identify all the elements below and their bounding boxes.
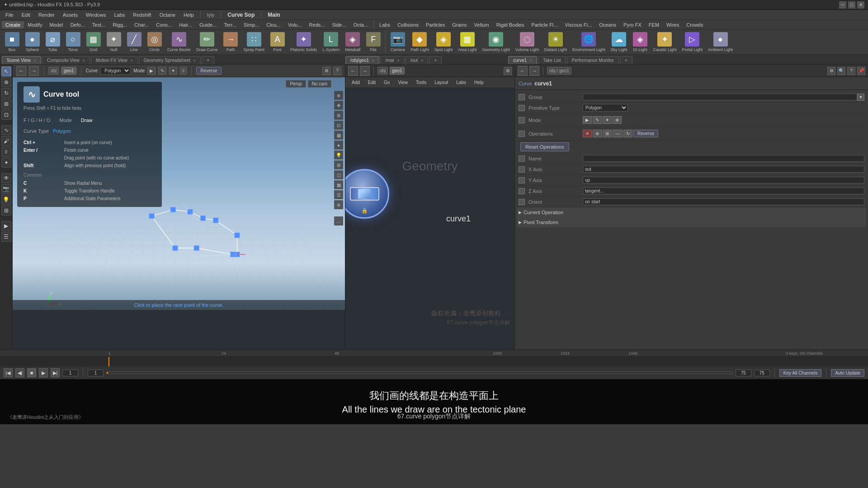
tab-motion-fx[interactable]: Motion FX View × [91, 56, 138, 64]
mode-icon-3[interactable]: ✦ [603, 116, 612, 124]
rt-snap-btn[interactable]: ⊞ [334, 160, 343, 169]
ops-icon-3[interactable]: ⊞ [603, 130, 612, 137]
tb-causticlight[interactable]: ✦ Caustic Light [650, 31, 679, 53]
tb-portallight[interactable]: ▷ Portal Light [679, 31, 705, 53]
reset-operations-btn[interactable]: Reset Operations [520, 142, 569, 151]
tab-cons[interactable]: Cons... [152, 21, 175, 28]
breadcrumb-geo1[interactable]: geo1 [61, 67, 76, 75]
snap-tool-btn[interactable]: ⊞ [1, 206, 11, 216]
step-back-btn[interactable]: ◀| [15, 368, 24, 377]
orient-input[interactable] [583, 198, 864, 205]
scale-tool-btn[interactable]: ⊞ [1, 99, 11, 109]
tb-drawcurve[interactable]: ✏ Draw Curve [193, 31, 221, 53]
tb-circle[interactable]: ◎ Circle [144, 31, 165, 53]
primtype-checkbox[interactable] [519, 105, 525, 111]
ops-icon-4[interactable]: — [613, 130, 623, 137]
tb-font[interactable]: A Font [267, 31, 288, 53]
menu-render[interactable]: Render [35, 11, 58, 19]
minimize-button[interactable]: ─ [839, 1, 846, 9]
sculpt-tool-btn[interactable]: ◊ [1, 147, 11, 157]
tab-scene-view[interactable]: Scene View × [2, 56, 41, 64]
menu-assets[interactable]: Assets [59, 11, 81, 19]
node-menu-layout[interactable]: Layout [431, 79, 452, 86]
tab-create[interactable]: Create [2, 21, 24, 28]
tb-camera[interactable]: 📷 Camera [387, 31, 408, 53]
tab-simp[interactable]: Simp... [240, 21, 263, 28]
node-menu-help[interactable]: Help [471, 79, 487, 86]
tb-line[interactable]: ╱ Line [124, 31, 144, 53]
mode-alt-btn[interactable]: ◊ [180, 67, 187, 75]
tab-obj-geo1[interactable]: /obj/geo1 × [345, 56, 379, 64]
tab-mat[interactable]: /mat × [380, 56, 405, 64]
node-menu-add[interactable]: Add [348, 79, 363, 86]
tab-grains[interactable]: Grains [448, 21, 470, 28]
tab-geo-spreadsheet[interactable]: Geometry Spreadsheet × [139, 56, 201, 64]
yaxis-input[interactable] [583, 177, 864, 183]
mode-move-btn[interactable]: ✦ [169, 67, 177, 75]
node-back-btn[interactable]: ← [348, 66, 358, 76]
tab-clou[interactable]: Clou... [263, 21, 284, 28]
props-help-btn[interactable]: ? [847, 67, 855, 75]
tb-grid[interactable]: ▦ Grid [83, 31, 104, 53]
tab-add3[interactable]: + [620, 56, 632, 64]
timeline-track[interactable] [0, 357, 868, 366]
reverse-ops-btn[interactable]: Reverse [633, 130, 658, 137]
node-breadcrumb-obj[interactable]: obj [377, 67, 388, 75]
xaxis-checkbox[interactable] [519, 166, 525, 173]
props-search-btn[interactable]: 🔍 [837, 67, 845, 75]
tab-crowds[interactable]: Crowds [683, 21, 707, 28]
tb-pathlight[interactable]: ◆ Path Light [408, 31, 432, 53]
props-settings-btn[interactable]: ⚙ [827, 67, 835, 75]
tb-gilight[interactable]: ◈ GI Light [630, 31, 650, 53]
node-menu-edit[interactable]: Edit [364, 79, 379, 86]
menu-labs[interactable]: Labs [110, 11, 128, 19]
node-fwd-btn[interactable]: → [360, 66, 370, 76]
viewport-settings-btn[interactable]: ⚙ [322, 67, 330, 75]
end-frame-input[interactable] [736, 370, 751, 376]
mode-icon-4[interactable]: ⊕ [613, 116, 622, 124]
tab-labs[interactable]: Labs [376, 21, 394, 28]
tab-text[interactable]: Text... [89, 21, 109, 28]
tab-oceans[interactable]: Oceans [595, 21, 620, 28]
mode-edit-btn[interactable]: ✎ [158, 67, 166, 75]
tb-path[interactable]: → Path [221, 31, 241, 53]
tab-defo[interactable]: Defo... [66, 21, 88, 28]
tb-metaball[interactable]: ◈ Metaball [342, 31, 363, 53]
name-checkbox[interactable] [519, 155, 525, 162]
rt-wireframe-btn[interactable]: ▦ [334, 131, 343, 140]
tab-vellum[interactable]: Vellum [471, 21, 493, 28]
mode-checkbox[interactable] [519, 117, 525, 123]
go-end-btn[interactable]: ▶| [51, 368, 60, 377]
menu-file[interactable]: File [2, 11, 17, 19]
tab-add[interactable]: + [202, 56, 214, 64]
props-fwd-btn[interactable]: → [529, 66, 539, 76]
rt-shaded-btn[interactable]: ● [334, 141, 343, 150]
render-tool-btn[interactable]: ▶ [1, 221, 11, 231]
rt-pan-btn[interactable]: ✥ [334, 101, 343, 110]
menu-windows[interactable]: Windows [82, 11, 110, 19]
tb-spraypaint[interactable]: ∷ Spray Paint [241, 31, 268, 53]
tb-distantlight[interactable]: ☀ Distant Light [542, 31, 570, 53]
pose-tool-btn[interactable]: ✦ [1, 158, 11, 168]
tb-spotlight[interactable]: ◈ Spot Light [432, 31, 456, 53]
rt-more-btn[interactable]: … [334, 216, 343, 225]
tb-platonic[interactable]: ✦ Platonic Solids [288, 31, 320, 53]
timeline-scrubber[interactable] [106, 371, 733, 374]
mode-icon-2[interactable]: ✎ [593, 116, 602, 124]
rt-grid-btn[interactable]: ▦ [334, 180, 343, 189]
tab-pyrofx[interactable]: Pyro FX [620, 21, 645, 28]
tab-modify[interactable]: Modify [24, 21, 46, 28]
primitive-type-dropdown[interactable]: PolygonNURBSBezier [100, 67, 131, 75]
node-settings-btn[interactable]: ⚙ [504, 67, 512, 75]
light-tool-btn[interactable]: 💡 [1, 195, 11, 205]
tb-arealight[interactable]: ▦ Area Light [455, 31, 479, 53]
current-frame-input[interactable] [62, 370, 78, 376]
cam-btn[interactable]: No cam [308, 80, 331, 88]
tab-octa[interactable]: Octa... [350, 21, 372, 28]
tab-collisions[interactable]: Collisions [394, 21, 422, 28]
primtype-select[interactable]: PolygonNURBSBezier [583, 104, 628, 112]
node-menu-tools[interactable]: Tools [412, 79, 430, 86]
handle-tool-btn[interactable]: ⊡ [1, 110, 11, 120]
current-operation-section[interactable]: ▶ Current Operation [517, 207, 866, 217]
tab-add2[interactable]: + [429, 56, 442, 64]
